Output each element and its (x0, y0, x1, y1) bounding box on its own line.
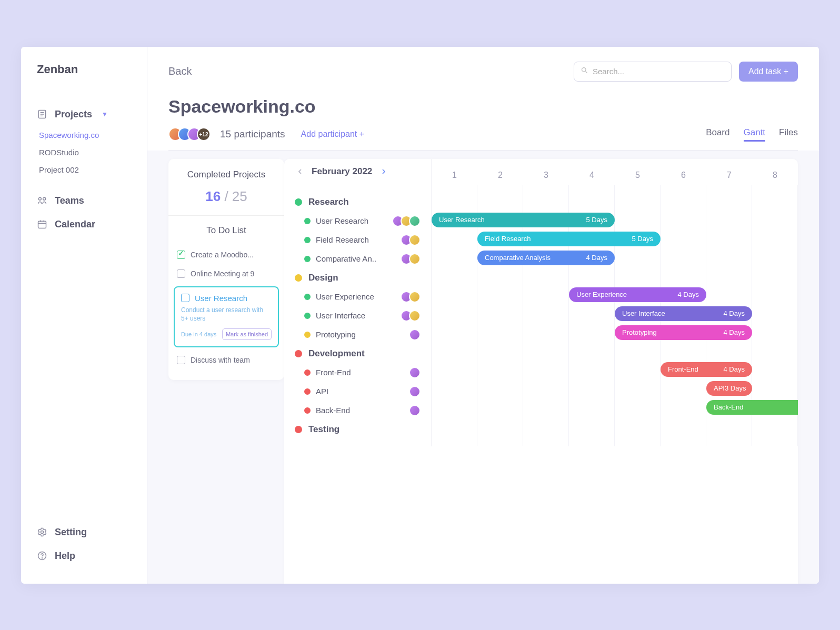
gantt-bar[interactable]: User Interface4 Days (615, 306, 752, 321)
bar-label: Prototyping (622, 328, 657, 336)
gantt-timeline[interactable]: User Research5 DaysField Research5 DaysC… (432, 185, 798, 446)
nav-setting[interactable]: Setting (32, 521, 136, 544)
gantt-bar[interactable]: User Research5 Days (432, 213, 615, 227)
gantt-task-row[interactable]: Front-End (284, 363, 431, 382)
todo-label: Discuss with team (191, 356, 250, 364)
month-next-button[interactable] (378, 166, 389, 177)
completed-title: Completed Projects (168, 169, 284, 180)
gantt-panel: February 2022 12345678 ResearchUser Rese… (284, 159, 798, 584)
completed-panel: Completed Projects 16 / 25 To Do List Cr… (168, 159, 284, 381)
mark-finished-button[interactable]: Mark as finished (222, 328, 272, 340)
avatar (409, 405, 421, 416)
gantt-group-header[interactable]: Development (284, 344, 431, 363)
bar-duration: 4 Days (586, 254, 607, 262)
bar-duration: 4 Days (724, 328, 745, 336)
day-header: 2 (477, 163, 523, 180)
day-header: 3 (523, 163, 569, 180)
nav-help[interactable]: Help (32, 544, 136, 568)
teams-icon (37, 195, 47, 206)
participant-avatars[interactable]: +12 (168, 127, 211, 141)
search-input[interactable] (593, 67, 725, 76)
day-header: 8 (752, 163, 798, 180)
task-name: API (316, 387, 407, 396)
task-dot-icon (304, 332, 311, 338)
avatar-overflow[interactable]: +12 (197, 127, 211, 141)
month-prev-button[interactable] (295, 166, 305, 177)
gantt-bar[interactable]: Field Research5 Days (477, 232, 661, 246)
chevron-down-icon: ▼ (102, 111, 108, 118)
tab-board[interactable]: Board (706, 127, 729, 142)
gantt-task-row[interactable]: Comparative An.. (284, 249, 431, 268)
task-name: Prototyping (316, 330, 407, 339)
bar-label: Field Research (485, 235, 531, 243)
gantt-group-header[interactable]: Testing (284, 420, 431, 439)
checkbox-icon[interactable] (177, 269, 185, 278)
task-dot-icon (304, 369, 311, 376)
nav-help-label: Help (55, 551, 75, 562)
gantt-bar[interactable]: Comparative Analysis4 Days (477, 251, 615, 265)
gantt-task-row[interactable]: API (284, 382, 431, 401)
gantt-bar[interactable]: Front-End4 Days (661, 362, 752, 377)
todo-item[interactable]: Create a Moodbo... (168, 245, 284, 264)
nav-projects[interactable]: Projects ▼ (32, 103, 136, 126)
group-name: Development (308, 348, 365, 359)
back-button[interactable]: Back (168, 65, 192, 77)
gantt-bar[interactable]: Prototyping4 Days (615, 325, 752, 340)
projects-icon (37, 109, 47, 119)
gantt-task-row[interactable]: Prototyping (284, 325, 431, 344)
task-name: User Research (316, 216, 390, 225)
task-avatars (395, 215, 421, 227)
bar-label: User Experience (576, 291, 627, 298)
help-icon (37, 551, 47, 561)
avatar (409, 386, 421, 397)
gear-icon (37, 527, 47, 537)
sidebar-item-spaceworking[interactable]: Spaceworking.co (39, 126, 136, 144)
add-task-button[interactable]: Add task + (739, 62, 798, 82)
nav-calendar-label: Calendar (55, 219, 95, 230)
sidebar-item-project002[interactable]: Project 002 (39, 161, 136, 178)
nav-teams[interactable]: Teams (32, 189, 136, 213)
task-name: Back-End (316, 406, 407, 415)
checkbox-icon[interactable] (177, 356, 185, 364)
add-participant-button[interactable]: Add participant + (301, 129, 365, 139)
task-avatars (412, 367, 421, 378)
gantt-task-row[interactable]: User Research (284, 212, 431, 231)
day-headers: 12345678 (432, 163, 798, 180)
completed-total-value: 25 (232, 188, 247, 204)
search-box[interactable] (574, 62, 732, 82)
gantt-bar[interactable]: Back-End (706, 400, 798, 415)
todo-card-active[interactable]: User Research Conduct a user research wi… (174, 286, 279, 348)
task-avatars (404, 291, 421, 303)
todo-item[interactable]: Online Meeting at 9 (168, 264, 284, 283)
gantt-task-row[interactable]: Back-End (284, 401, 431, 420)
avatar (409, 329, 421, 341)
checkbox-checked-icon[interactable] (177, 251, 185, 259)
group-name: Design (308, 273, 338, 283)
gantt-bar[interactable]: API3 Days (706, 381, 752, 396)
gantt-task-row[interactable]: Field Research (284, 231, 431, 249)
gantt-task-row[interactable]: User Interface (284, 306, 431, 325)
gantt-bar[interactable]: User Experience4 Days (569, 287, 706, 302)
nav-calendar[interactable]: Calendar (32, 213, 136, 236)
tab-gantt[interactable]: Gantt (744, 127, 766, 142)
day-header: 1 (432, 163, 477, 180)
tab-files[interactable]: Files (779, 127, 798, 142)
bar-label: User Interface (622, 309, 665, 317)
gantt-group-header[interactable]: Design (284, 268, 431, 287)
svg-point-4 (38, 197, 41, 200)
gantt-task-row[interactable]: User Experience (284, 287, 431, 306)
avatar (409, 291, 421, 303)
svg-point-13 (582, 68, 586, 72)
task-avatars (412, 405, 421, 416)
todo-item[interactable]: Discuss with team (168, 351, 284, 369)
nav-setting-label: Setting (55, 527, 87, 538)
bar-duration: 5 Days (632, 235, 653, 243)
month-label: February 2022 (312, 166, 372, 177)
todo-label: Online Meeting at 9 (191, 269, 254, 278)
gantt-task-list: ResearchUser ResearchField ResearchCompa… (284, 185, 432, 446)
sidebar-item-rodstudio[interactable]: RODStudio (39, 144, 136, 161)
day-header: 6 (661, 163, 706, 180)
gantt-group-header[interactable]: Research (284, 193, 431, 212)
day-header: 7 (706, 163, 752, 180)
checkbox-icon[interactable] (181, 294, 189, 302)
